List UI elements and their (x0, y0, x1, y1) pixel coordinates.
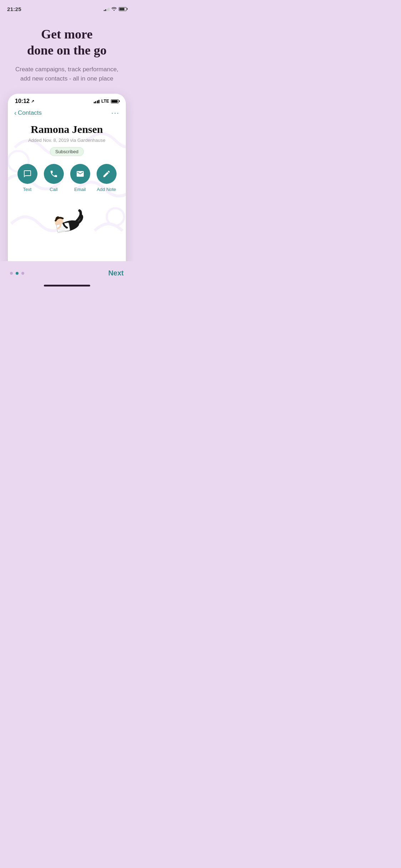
phone-card: 10:12 ↗ LTE ‹ Contacts (8, 94, 126, 279)
inner-battery-icon (111, 99, 119, 103)
email-button[interactable]: Email (70, 164, 90, 192)
text-button-label: Text (23, 187, 32, 192)
back-button[interactable]: ‹ Contacts (14, 109, 42, 117)
inner-time: 10:12 ↗ (15, 98, 34, 104)
status-bar: 21:25 (0, 0, 134, 16)
dot-3[interactable] (21, 272, 24, 275)
action-buttons: Text Call Email (15, 164, 119, 192)
text-bubble-icon (23, 170, 32, 178)
more-options-button[interactable]: ··· (111, 109, 119, 117)
location-icon: ↗ (31, 99, 34, 104)
inner-status-bar: 10:12 ↗ LTE (8, 94, 126, 107)
pencil-icon (102, 170, 111, 178)
text-button[interactable]: Text (17, 164, 37, 192)
person-reading-illustration (46, 203, 88, 235)
status-time: 21:25 (7, 6, 21, 12)
add-note-button[interactable]: Add Note (97, 164, 117, 192)
pagination-dots (10, 272, 24, 275)
call-button[interactable]: Call (44, 164, 64, 192)
chevron-left-icon: ‹ (14, 110, 16, 116)
email-button-label: Email (74, 187, 86, 192)
dot-2[interactable] (16, 272, 19, 275)
status-icons (104, 6, 127, 12)
illustration-area (15, 199, 119, 242)
phone-icon (50, 170, 58, 178)
dot-1[interactable] (10, 272, 13, 275)
battery-icon (119, 7, 127, 11)
hero-section: Get moredone on the go Create campaigns,… (0, 16, 134, 90)
subscribed-badge: Subscribed (50, 147, 84, 156)
contact-added-info: Added Nov. 8, 2019 via Gardenhause (15, 138, 119, 143)
hero-title: Get moredone on the go (11, 26, 123, 58)
wifi-icon (111, 6, 117, 12)
call-button-label: Call (50, 187, 57, 192)
add-note-button-label: Add Note (97, 187, 116, 192)
inner-signal-icon (94, 99, 100, 103)
next-button[interactable]: Next (108, 268, 124, 279)
contact-name: Ramona Jensen (15, 123, 119, 135)
envelope-icon (76, 170, 84, 178)
signal-icon (104, 7, 110, 11)
hero-subtitle: Create campaigns, track performance, add… (11, 65, 123, 83)
back-label: Contacts (18, 109, 42, 117)
contact-area: Ramona Jensen Added Nov. 8, 2019 via Gar… (8, 120, 126, 249)
contacts-nav: ‹ Contacts ··· (8, 107, 126, 120)
lte-text: LTE (101, 99, 109, 104)
phone-card-wrapper: 10:12 ↗ LTE ‹ Contacts (0, 90, 134, 279)
home-indicator (44, 285, 90, 286)
